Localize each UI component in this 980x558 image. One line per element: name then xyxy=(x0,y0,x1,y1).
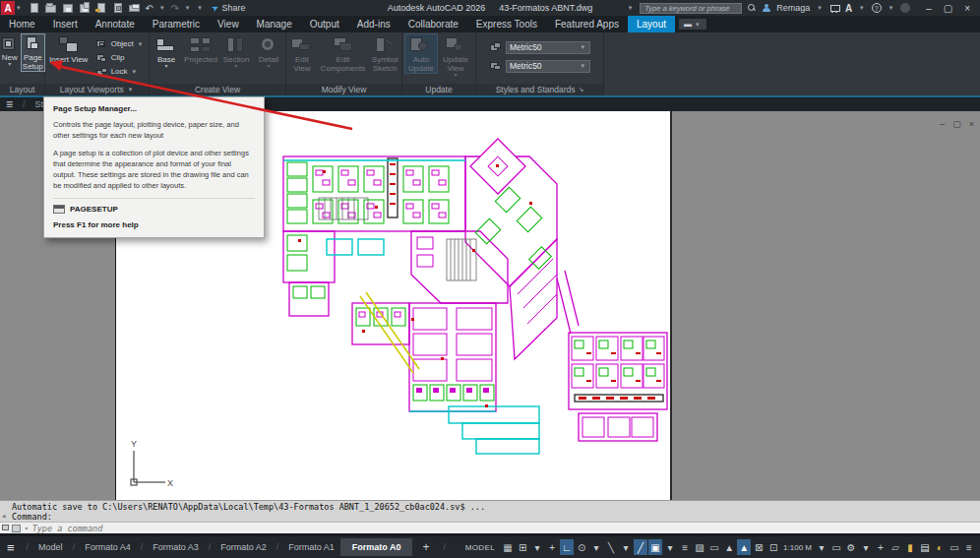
command-customize-icon[interactable] xyxy=(2,525,9,530)
tab-layout[interactable]: Layout xyxy=(628,16,675,32)
selection-cycling-icon[interactable]: ▭ xyxy=(707,539,721,555)
viewport-clip-button[interactable]: Clip xyxy=(92,51,148,64)
autodesk-menu-caret-icon[interactable]: ▾ xyxy=(858,4,866,12)
command-close-icon[interactable]: × xyxy=(2,512,7,521)
user-name[interactable]: Remaga xyxy=(776,3,810,13)
redo-caret-icon[interactable]: ▾ xyxy=(184,4,192,12)
page-setup-button[interactable]: Page Setup xyxy=(22,34,44,71)
layout-tabs-menu-icon[interactable]: ≡ xyxy=(0,540,23,555)
minimize-button[interactable]: – xyxy=(926,3,932,14)
help-caret-icon[interactable]: ▾ xyxy=(888,4,895,12)
close-button[interactable]: × xyxy=(964,3,970,14)
autocad-logo-icon[interactable]: A xyxy=(1,1,15,15)
gear-icon[interactable]: ⚙ xyxy=(844,539,858,555)
ribbon-display-toggle[interactable]: ▬▾ xyxy=(679,19,706,30)
detail-view-button[interactable]: Detail ▾ xyxy=(254,34,283,69)
viewport-restore-icon[interactable]: ▢ xyxy=(952,119,961,129)
save-as-icon[interactable] xyxy=(79,3,91,14)
new-file-icon[interactable] xyxy=(29,3,40,14)
isodraft-caret-icon[interactable]: ▾ xyxy=(619,539,633,555)
layout-tab-formato-a3[interactable]: Formato A3 xyxy=(147,538,205,556)
viewport-lock-button[interactable]: Lock ▾ xyxy=(92,65,148,78)
grid-toggle-icon[interactable]: ▦ xyxy=(501,539,515,555)
model-space-toggle[interactable]: MODEL xyxy=(460,539,500,555)
polar-track-icon[interactable]: + xyxy=(545,539,559,555)
autodesk-account-icon[interactable]: A xyxy=(845,3,852,14)
viewport-minimize-icon[interactable]: – xyxy=(940,119,945,129)
customization-plus-icon[interactable]: + xyxy=(874,539,888,555)
tab-manage[interactable]: Manage xyxy=(248,16,301,32)
open-file-icon[interactable] xyxy=(45,3,57,14)
tab-parametric[interactable]: Parametric xyxy=(144,16,209,32)
tab-view[interactable]: View xyxy=(209,16,248,32)
snap-caret-icon[interactable]: ▾ xyxy=(530,539,544,555)
command-input-row[interactable]: ▾ Type a command xyxy=(0,522,980,533)
projected-view-button[interactable]: Projected xyxy=(183,34,218,64)
hardware-acceleration-icon[interactable]: ◐ xyxy=(933,539,947,555)
layout-tab-formato-a2[interactable]: Formato A2 xyxy=(214,538,273,556)
layout-tab-formato-a4[interactable]: Formato A4 xyxy=(79,538,137,556)
plot-status-icon[interactable]: ▤ xyxy=(918,539,932,555)
polar-toggle-icon[interactable]: ⊙ xyxy=(575,539,588,555)
tab-collaborate[interactable]: Collaborate xyxy=(399,16,467,32)
app-store-cart-icon[interactable] xyxy=(829,4,839,12)
clean-screen-icon[interactable]: ▭ xyxy=(948,539,961,555)
annotation-scale-caret-icon[interactable]: ▾ xyxy=(815,539,828,555)
redo-icon[interactable]: ↷ xyxy=(170,3,178,14)
new-layout-button[interactable]: New ▾ xyxy=(0,34,20,67)
tab-output[interactable]: Output xyxy=(301,16,348,32)
graphics-performance-icon[interactable]: ▱ xyxy=(888,539,902,555)
viewport-close-icon[interactable]: × xyxy=(969,119,974,129)
command-tools-caret-icon[interactable]: ▾ xyxy=(25,525,29,531)
layout-viewports-caret-icon[interactable]: ▾ xyxy=(127,86,135,93)
update-view-button[interactable]: Update View ▾ xyxy=(439,34,472,78)
help-icon[interactable]: ? xyxy=(872,3,882,13)
search-input[interactable]: Type a keyword or phrase xyxy=(640,3,742,14)
command-line-window[interactable]: × Automatic save to C:\Users\RENATO\AppD… xyxy=(0,500,980,536)
layout-tab-model[interactable]: Model xyxy=(32,538,69,556)
ortho-toggle-icon[interactable]: ∟ xyxy=(560,539,574,555)
view-style-select[interactable]: Metric50 ▾ xyxy=(506,41,590,54)
app-menu-caret-icon[interactable]: ▾ xyxy=(15,4,23,12)
lock-ui-icon[interactable]: ⊠ xyxy=(752,539,766,555)
trusted-file-icon[interactable]: ▮ xyxy=(903,539,917,555)
sheet-set-icon[interactable] xyxy=(112,3,124,14)
tab-featured-apps[interactable]: Featured Apps xyxy=(546,16,628,32)
isodraft-toggle-icon[interactable]: ╲ xyxy=(604,539,618,555)
share-button[interactable]: ➤ Share xyxy=(212,3,246,13)
osnap-track-toggle-icon[interactable]: ╱ xyxy=(634,539,647,555)
tab-annotate[interactable]: Annotate xyxy=(87,16,144,32)
search-options-caret-icon[interactable]: ▾ xyxy=(627,4,635,12)
edit-view-button[interactable]: Edit View xyxy=(286,34,318,73)
layout-tab-formato-a0[interactable]: Formato A0 xyxy=(340,538,413,556)
search-icon[interactable] xyxy=(748,4,756,12)
annotation-scale-button[interactable]: 1:100 M xyxy=(781,539,814,555)
user-menu-caret-icon[interactable]: ▾ xyxy=(816,4,824,12)
file-tab-menu-icon[interactable]: ≡ xyxy=(6,98,13,110)
undo-icon[interactable]: ↶ xyxy=(146,3,153,14)
viewport-object-button[interactable]: Object ▾ xyxy=(92,37,148,50)
section-view-button[interactable]: Section ▾ xyxy=(220,34,252,69)
snap-toggle-icon[interactable]: ⊞ xyxy=(516,539,529,555)
annotation-visibility-icon[interactable]: ▲ xyxy=(722,539,736,555)
edit-components-button[interactable]: Edit Components xyxy=(320,34,367,73)
user-avatar-icon[interactable] xyxy=(762,4,770,13)
new-layout-tab-button[interactable]: + xyxy=(412,540,439,554)
command-tools-icon[interactable] xyxy=(12,525,21,532)
symbol-sketch-button[interactable]: Symbol Sketch xyxy=(368,34,401,73)
osnap-toggle-icon[interactable]: ▣ xyxy=(648,539,662,555)
tab-express-tools[interactable]: Express Tools xyxy=(467,16,546,32)
lineweight-toggle-icon[interactable]: ≡ xyxy=(678,539,692,555)
print-icon[interactable] xyxy=(129,3,141,14)
qat-customize-caret-icon[interactable]: ▾ xyxy=(196,4,204,12)
polar-caret-icon[interactable]: ▾ xyxy=(589,539,603,555)
restore-button[interactable]: ▢ xyxy=(944,3,952,14)
osnap-caret-icon[interactable]: ▾ xyxy=(663,539,677,555)
customize-status-bar-icon[interactable]: ≡ xyxy=(962,539,976,555)
insert-view-button[interactable]: Insert View xyxy=(47,34,91,64)
workspace-switch-icon[interactable]: ▭ xyxy=(829,539,843,555)
feedback-icon[interactable] xyxy=(900,3,910,13)
layout-tab-formato-a1[interactable]: Formato A1 xyxy=(282,538,340,556)
auto-update-button[interactable]: Auto Update xyxy=(405,34,437,73)
base-view-button[interactable]: Base ▾ xyxy=(152,34,181,69)
